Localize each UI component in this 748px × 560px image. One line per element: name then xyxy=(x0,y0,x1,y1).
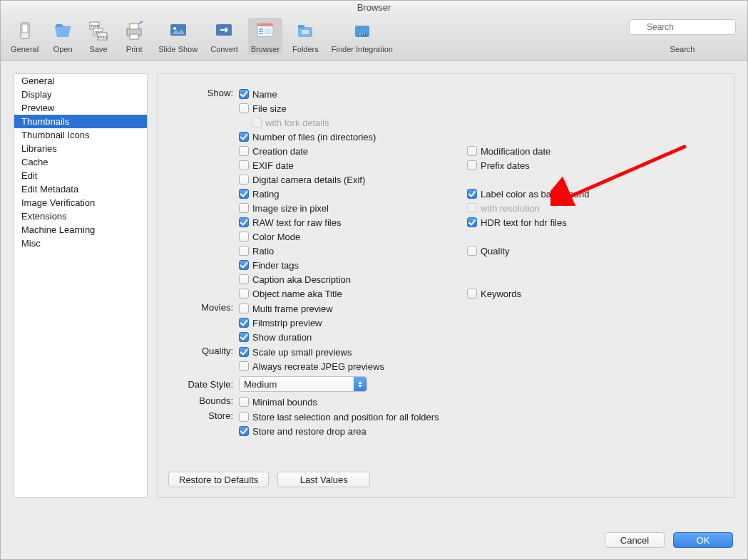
checkbox-row[interactable]: Show duration xyxy=(239,330,467,344)
checkbox[interactable] xyxy=(239,260,249,270)
sidebar-item-extensions[interactable]: Extensions xyxy=(14,209,147,223)
checkbox[interactable] xyxy=(467,160,477,170)
checkbox[interactable] xyxy=(239,426,249,436)
checkbox-row[interactable]: Label color as background xyxy=(467,187,667,201)
checkbox-row[interactable]: Name xyxy=(239,87,467,101)
checkbox-row[interactable]: Store and restore drop area xyxy=(239,424,538,438)
sidebar-item-preview[interactable]: Preview xyxy=(14,101,147,115)
sidebar-item-thumbnail-icons[interactable]: Thumbnail Icons xyxy=(14,128,147,142)
checkbox-row[interactable]: Color Mode xyxy=(239,229,467,244)
checkbox-row[interactable]: Digital camera details (Exif) xyxy=(239,172,467,187)
checkbox[interactable] xyxy=(239,332,249,342)
checkbox[interactable] xyxy=(239,146,249,156)
sidebar-item-display[interactable]: Display xyxy=(14,88,147,101)
checkbox[interactable] xyxy=(239,347,249,357)
checkbox-label: HDR text for hdr files xyxy=(481,217,567,228)
checkbox[interactable] xyxy=(239,189,249,199)
sidebar-item-misc[interactable]: Misc xyxy=(14,237,147,250)
checkbox-row[interactable]: Prefix dates xyxy=(467,158,667,172)
checkbox[interactable] xyxy=(239,175,249,185)
checkbox-row[interactable]: Finder tags xyxy=(239,258,467,272)
checkbox[interactable] xyxy=(239,274,249,284)
checkbox-row[interactable]: with fork details xyxy=(239,115,467,130)
checkbox-row[interactable]: Multi frame preview xyxy=(239,301,467,316)
restore-defaults-button[interactable]: Restore to Defaults xyxy=(168,472,269,487)
checkbox[interactable] xyxy=(467,246,477,256)
checkbox-row[interactable]: File size xyxy=(239,101,467,115)
checkbox-row[interactable]: Caption aka Description xyxy=(239,272,467,286)
checkbox[interactable] xyxy=(467,289,477,299)
sidebar-item-machine-learning[interactable]: Machine Learning xyxy=(14,223,147,237)
checkbox-row[interactable]: RAW text for raw files xyxy=(239,215,467,229)
svg-text:EXT: EXT xyxy=(359,32,366,36)
toolbar-item-print[interactable]: Print xyxy=(120,18,148,55)
checkbox-row[interactable]: Creation date xyxy=(239,144,467,158)
sidebar-item-edit-metadata[interactable]: Edit Metadata xyxy=(14,182,147,196)
content-pane: Show: NameFile sizewith fork detailsNumb… xyxy=(158,73,734,498)
checkbox[interactable] xyxy=(239,304,249,313)
checkbox[interactable] xyxy=(467,189,477,199)
toolbar-item-general[interactable]: General xyxy=(8,18,41,55)
folders-icon xyxy=(294,19,317,42)
checkbox[interactable] xyxy=(239,412,249,422)
checkbox-row[interactable]: Always recreate JPEG previews xyxy=(239,359,467,373)
checkbox[interactable] xyxy=(467,217,477,227)
checkbox-label: Rating xyxy=(252,189,280,199)
search-input[interactable] xyxy=(629,19,736,35)
toolbar-item-browser[interactable]: Browser xyxy=(248,18,282,55)
sidebar-item-thumbnails[interactable]: Thumbnails xyxy=(14,115,147,128)
checkbox-row[interactable]: HDR text for hdr files xyxy=(467,215,667,229)
checkbox-row[interactable]: Number of files (in directories) xyxy=(239,130,467,144)
checkbox-row[interactable]: with resolution xyxy=(467,201,667,215)
toolbar-item-open[interactable]: Open xyxy=(48,18,77,55)
sidebar-item-image-verification[interactable]: Image Verification xyxy=(14,196,147,209)
checkbox-row[interactable]: Minimal bounds xyxy=(239,395,467,409)
checkbox-row[interactable]: Ratio xyxy=(239,244,467,258)
toolbar-item-finder-integration[interactable]: EXT Finder Integration xyxy=(329,18,396,55)
checkbox[interactable] xyxy=(239,289,249,299)
checkbox-row[interactable]: Store last selection and position for al… xyxy=(239,410,538,424)
date-style-select[interactable]: Medium xyxy=(239,376,367,392)
sidebar-item-cache[interactable]: Cache xyxy=(14,155,147,169)
checkbox[interactable] xyxy=(239,318,249,328)
category-sidebar[interactable]: GeneralDisplayPreviewThumbnailsThumbnail… xyxy=(14,73,148,498)
toolbar-item-folders[interactable]: Folders xyxy=(290,18,322,55)
toolbar-item-slideshow[interactable]: Slide Show xyxy=(155,18,200,55)
checkbox-row[interactable]: Object name aka Title xyxy=(239,286,467,301)
checkbox-label: Modification date xyxy=(481,146,550,157)
checkbox[interactable] xyxy=(239,203,249,213)
toolbar-item-convert[interactable]: Convert xyxy=(208,18,241,55)
checkbox[interactable] xyxy=(239,246,249,256)
checkbox-row[interactable]: Scale up small previews xyxy=(239,345,467,359)
checkbox[interactable] xyxy=(239,217,249,227)
checkbox-label: Prefix dates xyxy=(481,160,530,171)
checkbox[interactable] xyxy=(239,160,249,170)
checkbox[interactable] xyxy=(239,89,249,99)
sidebar-item-edit[interactable]: Edit xyxy=(14,169,147,182)
checkbox-row[interactable]: Rating xyxy=(239,187,467,201)
checkbox[interactable] xyxy=(239,103,249,113)
checkbox[interactable] xyxy=(239,232,249,242)
checkbox-row[interactable]: Image size in pixel xyxy=(239,201,467,215)
checkbox-label: Keywords xyxy=(481,289,521,299)
checkbox-row[interactable]: EXIF date xyxy=(239,158,467,172)
toolbar-item-save[interactable]: TIFFJPGPNG Save xyxy=(84,18,113,55)
checkbox-row[interactable]: Modification date xyxy=(467,144,667,158)
checkbox-label: Filmstrip preview xyxy=(252,318,322,328)
checkbox[interactable] xyxy=(239,132,249,142)
sidebar-item-libraries[interactable]: Libraries xyxy=(14,142,147,155)
search-label: Search xyxy=(670,45,695,53)
checkbox[interactable] xyxy=(467,146,477,156)
last-values-button[interactable]: Last Values xyxy=(277,472,370,487)
checkbox[interactable] xyxy=(239,361,249,371)
sidebar-item-general[interactable]: General xyxy=(14,74,147,88)
checkbox[interactable] xyxy=(239,397,249,407)
checkbox-row[interactable]: Filmstrip preview xyxy=(239,316,467,330)
checkbox-label: Ratio xyxy=(252,246,274,256)
checkbox-row[interactable]: Quality xyxy=(467,244,667,258)
ok-button[interactable]: OK xyxy=(673,532,733,548)
checkbox-label: File size xyxy=(252,103,287,114)
checkbox-row[interactable]: Keywords xyxy=(467,286,667,301)
cancel-button[interactable]: Cancel xyxy=(605,532,665,548)
show-columns: NameFile sizewith fork detailsNumber of … xyxy=(239,87,667,301)
